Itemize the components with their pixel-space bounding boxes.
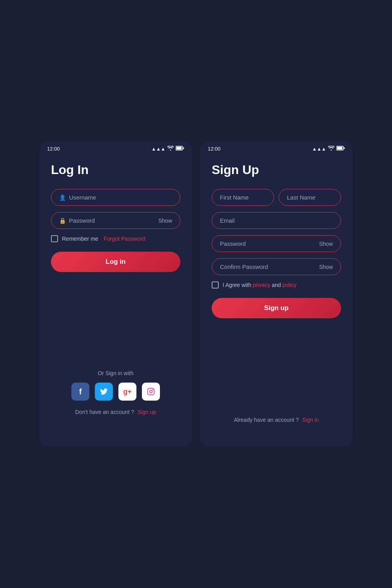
email-group: Email [212,212,341,229]
social-icons: f g+ [51,383,180,401]
agree-checkbox[interactable] [212,281,219,289]
signup-footer-text: Already have an account ? [234,417,299,423]
svg-rect-7 [337,147,343,150]
google-icon[interactable]: g+ [118,383,136,401]
or-text: Or Sign in with [51,370,180,376]
signup-card-content: Sign Up First Name Last Name Email Pas [200,155,353,435]
email-field[interactable]: Email [212,212,341,229]
agree-text: I Agree with privacy and policy [223,282,296,288]
login-status-icons: ▲▲▲ [151,146,184,152]
svg-rect-3 [148,388,154,395]
confirm-password-field[interactable]: Confirm Password Show [212,258,341,275]
page-wrapper: 12:00 ▲▲▲ Log In [31,125,361,463]
login-card: 12:00 ▲▲▲ Log In [39,141,192,447]
signup-show-password-button[interactable]: Show [319,241,333,247]
instagram-icon[interactable] [142,383,160,401]
forgot-password-link[interactable]: Forgot Password [104,236,145,242]
agree-row: I Agree with privacy and policy [212,281,341,289]
login-password-placeholder: 🔒 Password [59,217,95,224]
confirm-password-placeholder: Confirm Password [220,263,268,270]
user-icon: 👤 [59,194,66,201]
twitter-icon[interactable] [95,383,113,401]
signup-card: 12:00 ▲▲▲ Sign Up [200,141,353,447]
signup-signal-icon: ▲▲▲ [312,146,326,152]
first-name-field[interactable]: First Name [212,189,274,206]
login-password-group: 🔒 Password Show [51,212,180,229]
signup-time: 12:00 [208,146,221,152]
confirm-password-group: Confirm Password Show [212,258,341,275]
login-password-field[interactable]: 🔒 Password Show [51,212,180,229]
remember-label: Remember me [62,236,98,242]
signup-password-field[interactable]: Password Show [212,235,341,252]
wifi-icon [167,146,174,152]
last-name-placeholder: Last Name [287,194,316,201]
signup-title: Sign Up [212,163,341,177]
signup-password-placeholder: Password [220,240,246,247]
policy-link[interactable]: policy [283,282,297,288]
email-placeholder: Email [220,217,235,224]
username-group: 👤 Username [51,189,180,206]
signup-button[interactable]: Sign up [212,298,341,318]
login-title: Log In [51,163,180,177]
last-name-field[interactable]: Last Name [279,189,341,206]
login-button[interactable]: Log in [51,252,180,272]
signup-wifi-icon [328,146,334,152]
name-row: First Name Last Name [212,189,341,206]
username-field[interactable]: 👤 Username [51,189,180,206]
signup-footer: Already have an account ? Sign in [212,416,341,423]
signup-password-group: Password Show [212,235,341,252]
login-time: 12:00 [47,146,60,152]
signup-footer-link[interactable]: Sign in [302,417,319,423]
login-card-content: Log In 👤 Username 🔒 Password Sho [39,155,192,435]
login-footer-link[interactable]: Sign up [138,409,156,415]
signup-battery-icon [336,146,345,152]
login-footer: Don't have an account ? Sign up [51,408,180,416]
first-name-placeholder: First Name [220,194,249,201]
signup-status-bar: 12:00 ▲▲▲ [200,141,353,155]
svg-rect-8 [344,147,345,149]
remember-row: Remember me Forgot Password [51,235,180,242]
signup-status-icons: ▲▲▲ [312,146,345,152]
svg-rect-1 [176,147,182,150]
signal-icon: ▲▲▲ [151,146,165,152]
svg-point-5 [152,390,153,390]
or-section: Or Sign in with f g+ [51,370,180,416]
battery-icon [176,146,184,152]
login-status-bar: 12:00 ▲▲▲ [39,141,192,155]
remember-checkbox[interactable] [51,235,58,242]
lock-icon: 🔒 [59,218,66,224]
confirm-show-password-button[interactable]: Show [319,264,333,270]
username-placeholder: 👤 Username [59,194,96,201]
svg-rect-2 [183,147,184,149]
privacy-link[interactable]: privacy [253,282,270,288]
login-footer-text: Don't have an account ? [75,409,134,415]
facebook-icon[interactable]: f [71,383,89,401]
login-show-password-button[interactable]: Show [158,218,172,224]
svg-point-4 [150,390,152,393]
